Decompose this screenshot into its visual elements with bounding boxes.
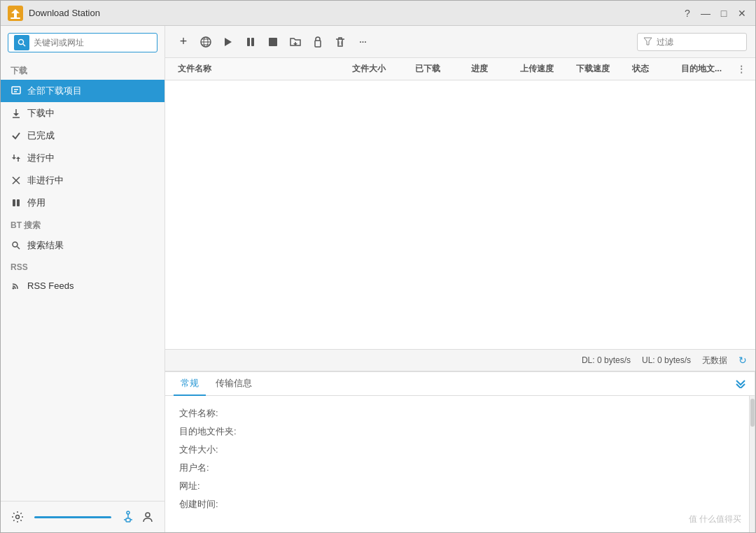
svg-rect-36 [269,38,277,46]
collapse-button[interactable] [735,377,746,391]
sidebar-item-downloading-label: 下载中 [27,107,55,120]
move-button[interactable] [286,32,305,52]
detail-panel: 常规 传输信息 文件名称: [165,371,755,532]
svg-point-24 [127,511,130,514]
svg-marker-9 [13,113,19,116]
detail-row-url: 网址: [179,477,735,495]
sidebar-item-all[interactable]: 全部下载项目 [1,80,164,102]
sidebar-footer [1,501,164,532]
svg-rect-17 [13,199,15,206]
detail-scrollbar-thumb [750,399,755,427]
sidebar-item-completed-label: 已完成 [27,129,55,142]
sidebar-item-active-label: 进行中 [27,152,55,164]
refresh-button[interactable]: ↻ [738,355,747,366]
filter-input[interactable] [657,37,741,47]
minimize-button[interactable]: — [699,7,712,20]
content-area: + [165,26,755,532]
sidebar-section-rss: RSS [1,257,164,275]
add-button[interactable]: + [174,32,193,52]
th-progress[interactable]: 进度 [467,63,516,75]
data-status: 无数据 [702,355,727,367]
sidebar-item-paused-label: 停用 [27,197,46,209]
help-button[interactable]: ? [681,7,694,20]
close-button[interactable]: ✕ [736,7,748,20]
sidebar-item-downloading[interactable]: 下载中 [1,102,164,125]
sidebar-item-search-results-label: 搜索结果 [27,239,64,252]
search-input[interactable] [34,38,151,48]
detail-row-filename: 文件名称: [179,404,735,422]
sidebar-item-paused[interactable]: 停用 [1,192,164,214]
detail-row-filesize: 文件大小: [179,441,735,459]
user-button[interactable] [138,507,158,527]
downloading-icon [10,108,22,119]
sidebar-item-inactive[interactable]: 非进行中 [1,169,164,192]
label-url: 网址: [179,480,249,492]
pause-button[interactable] [241,32,260,52]
label-destination: 目的地文件夹: [179,425,249,438]
search-icon [14,35,29,50]
th-name[interactable]: 文件名称 [174,63,348,75]
th-destination[interactable]: 目的地文... [677,63,733,75]
sidebar-item-search-results[interactable]: 搜索结果 [1,234,164,257]
maximize-button[interactable]: □ [718,7,730,20]
svg-rect-34 [247,38,250,46]
detail-row-username: 用户名: [179,459,735,477]
sidebar-item-rss-feeds-label: RSS Feeds [27,280,74,291]
share-button[interactable] [308,32,328,52]
th-upload-speed[interactable]: 上传速度 [516,63,572,75]
toolbar: + [165,26,755,58]
sidebar-item-inactive-label: 非进行中 [27,174,64,187]
detail-content: 文件名称: 目的地文件夹: 文件大小: 用户名: [165,396,749,532]
tab-general[interactable]: 常规 [174,372,206,396]
filter-box [637,33,747,51]
sidebar-item-rss-feeds[interactable]: RSS Feeds [1,275,164,296]
sidebar-item-active[interactable]: 进行中 [1,147,164,169]
svg-marker-14 [16,157,20,159]
sidebar-section-download: 下载 [1,59,164,80]
sidebar: 下载 全部下载项目 [1,26,165,532]
label-username: 用户名: [179,462,249,474]
svg-marker-43 [644,38,652,45]
title-bar: Download Station ? — □ ✕ [1,1,755,26]
more-button[interactable]: ··· [353,32,372,52]
dl-status: DL: 0 bytes/s [582,355,631,365]
th-downloaded[interactable]: 已下载 [411,63,467,75]
tab-transfer[interactable]: 传输信息 [209,372,259,396]
th-download-speed[interactable]: 下载速度 [572,63,628,75]
add-url-button[interactable] [196,32,216,52]
resume-button[interactable] [218,32,238,52]
sidebar-section-bt: BT 搜索 [1,214,164,234]
app-icon [8,6,23,21]
detail-scrollbar[interactable] [749,396,755,532]
all-downloads-icon [10,85,22,97]
th-status[interactable]: 状态 [628,63,677,75]
svg-line-4 [23,44,25,46]
th-size[interactable]: 文件大小 [348,63,411,75]
filter-icon [643,36,652,48]
svg-marker-12 [12,157,16,159]
stop-button[interactable] [263,32,283,52]
svg-line-20 [18,247,20,250]
svg-rect-39 [315,41,321,47]
th-more-options[interactable]: ⋮ [733,64,747,74]
rss-icon [10,280,22,291]
window-title: Download Station [29,8,681,18]
status-bar: DL: 0 bytes/s UL: 0 bytes/s 无数据 ↻ [165,349,755,371]
network-button[interactable] [118,507,138,527]
inactive-icon [10,175,22,186]
svg-point-19 [13,242,18,247]
label-filesize: 文件大小: [179,443,249,456]
table-header: 文件名称 文件大小 已下载 进度 上传速度 下载速度 状态 目的地文... ⋮ [165,58,755,80]
detail-row-created: 创建时间: [179,495,735,513]
svg-marker-33 [225,38,232,46]
settings-button[interactable] [8,507,27,527]
paused-icon [10,197,22,208]
delete-button[interactable] [330,32,350,52]
label-created: 创建时间: [179,498,249,511]
label-filename: 文件名称: [179,407,249,420]
sidebar-item-all-label: 全部下载项目 [27,85,82,97]
svg-rect-2 [10,17,20,19]
sidebar-item-completed[interactable]: 已完成 [1,125,164,147]
search-box[interactable] [8,33,158,52]
svg-rect-18 [17,199,20,206]
